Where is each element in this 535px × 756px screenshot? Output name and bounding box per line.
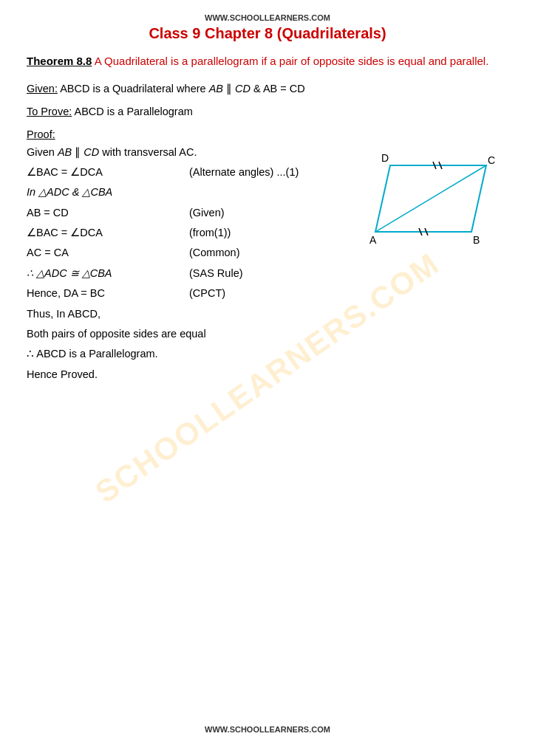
given-text: ABCD is a Quadrilateral where AB ∥ CD & … <box>58 83 305 94</box>
header-url: WWW.SCHOOLLEARNERS.COM <box>27 13 508 22</box>
proof-stmt-6: AC = CA <box>27 244 182 262</box>
proof-stmt-12: Hence Proved. <box>27 365 182 384</box>
proof-line-8: Hence, DA = BC (CPCT) <box>27 284 346 303</box>
to-prove-text: ABCD is a Parallelogram <box>72 106 193 117</box>
proof-stmt-3: In △ADC & △CBA <box>27 183 182 202</box>
proof-reason-5: (from(1)) <box>189 224 231 242</box>
proof-line-10: Both pairs of opposite sides are equal <box>27 325 346 343</box>
proof-reason-8: (CPCT) <box>189 284 225 303</box>
proof-stmt-10: Both pairs of opposite sides are equal <box>27 325 206 343</box>
proof-area: Given AB ∥ CD with transversal AC. ∠BAC … <box>27 143 508 386</box>
footer-url: WWW.SCHOOLLEARNERS.COM <box>27 710 508 734</box>
quadrilateral-diagram: A B C D <box>353 143 501 261</box>
proof-stmt-8: Hence, DA = BC <box>27 284 182 303</box>
proof-stmt-9: Thus, In ABCD, <box>27 305 182 323</box>
svg-text:A: A <box>369 234 377 246</box>
svg-text:D: D <box>381 152 389 164</box>
svg-text:C: C <box>488 154 495 166</box>
page: SCHOOLLEARNERS.COM WWW.SCHOOLLEARNERS.CO… <box>0 0 535 756</box>
proof-line-2: ∠BAC = ∠DCA (Alternate angles) ...(1) <box>27 163 346 182</box>
proof-stmt-1: Given AB ∥ CD with transversal AC. <box>27 143 197 162</box>
proof-line-6: AC = CA (Common) <box>27 244 346 262</box>
proof-stmt-4: AB = CD <box>27 204 182 222</box>
to-prove-section: To Prove: ABCD is a Parallelogram <box>27 103 508 121</box>
given-label: Given: <box>27 83 58 94</box>
proof-reason-7: (SAS Rule) <box>189 264 243 283</box>
proof-stmt-2: ∠BAC = ∠DCA <box>27 163 182 182</box>
theorem-text: A Quadrilateral is a parallelogram if a … <box>92 55 488 67</box>
proof-text-block: Given AB ∥ CD with transversal AC. ∠BAC … <box>27 143 346 386</box>
svg-line-1 <box>375 165 486 232</box>
page-title: Class 9 Chapter 8 (Quadrilaterals) <box>27 25 508 42</box>
proof-header: Proof: <box>27 128 508 140</box>
proof-stmt-7: ∴ △ADC ≅ △CBA <box>27 264 182 283</box>
theorem-label: Theorem 8.8 <box>27 55 92 67</box>
proof-reason-6: (Common) <box>189 244 239 262</box>
proof-line-12: Hence Proved. <box>27 365 346 384</box>
proof-reason-4: (Given) <box>189 204 225 222</box>
diagram-container: A B C D <box>353 143 508 264</box>
proof-line-4: AB = CD (Given) <box>27 204 346 222</box>
proof-line-3: In △ADC & △CBA <box>27 183 346 202</box>
given-section: Given: ABCD is a Quadrilateral where AB … <box>27 80 508 98</box>
proof-line-1: Given AB ∥ CD with transversal AC. <box>27 143 346 162</box>
proof-line-7: ∴ △ADC ≅ △CBA (SAS Rule) <box>27 264 346 283</box>
proof-stmt-5: ∠BAC = ∠DCA <box>27 224 182 242</box>
svg-text:B: B <box>473 234 480 246</box>
theorem-statement: Theorem 8.8 A Quadrilateral is a paralle… <box>27 52 508 69</box>
proof-stmt-11: ∴ ABCD is a Parallelogram. <box>27 345 182 363</box>
proof-line-5: ∠BAC = ∠DCA (from(1)) <box>27 224 346 242</box>
to-prove-label: To Prove: <box>27 106 72 117</box>
proof-reason-2: (Alternate angles) ...(1) <box>189 163 299 182</box>
proof-line-9: Thus, In ABCD, <box>27 305 346 323</box>
proof-line-11: ∴ ABCD is a Parallelogram. <box>27 345 346 363</box>
